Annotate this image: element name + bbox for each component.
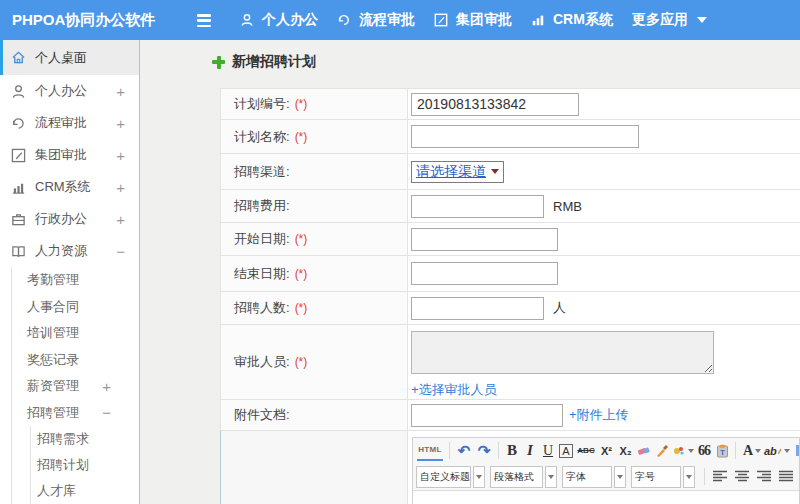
paragraph-format-dropdown[interactable]: 段落格式 (490, 466, 543, 488)
sidebar-item-admin-office[interactable]: 行政办公 + (0, 203, 139, 235)
form-row-plan-name: 计划名称:(*) (221, 120, 800, 154)
rich-text-editor: HTML ↶ ↷ B I U A ABC X² X₂ (412, 437, 800, 504)
approver-textarea[interactable] (411, 331, 714, 374)
hr-submenu: 考勤管理 人事合同 培训管理 奖惩记录 薪资管理+ 招聘管理− 招聘需求 招聘计… (11, 267, 139, 504)
sidebar-item-recruit-plan[interactable]: 招聘计划 (31, 452, 139, 478)
align-left-icon[interactable] (713, 470, 728, 483)
editor-toolbar-row2: 自定义标题 段落格式 字体 字号 (413, 463, 799, 491)
sidebar-item-workflow-approval[interactable]: 流程审批 + (0, 107, 139, 139)
sidebar-item-attendance[interactable]: 考勤管理 (12, 267, 139, 294)
font-color-button[interactable]: A (740, 440, 764, 462)
edit-icon (10, 147, 26, 163)
sidebar-item-recruit-mgmt[interactable]: 招聘管理− (12, 400, 139, 427)
sidebar-item-recruit-demand[interactable]: 招聘需求 (31, 426, 139, 452)
required-mark: (*) (295, 301, 308, 315)
flow-icon (10, 115, 26, 131)
caret-down-icon[interactable] (683, 466, 695, 488)
font-size-dropdown[interactable]: 字号 (631, 466, 681, 488)
font-family-dropdown[interactable]: 字体 (562, 466, 612, 488)
align-center-icon[interactable] (735, 470, 750, 483)
nav-more-apps[interactable]: 更多应用 (632, 11, 707, 29)
expand-icon[interactable]: + (116, 211, 125, 228)
form-row-approver: 审批人员:(*) +选择审批人员 (221, 325, 800, 400)
required-mark: (*) (295, 267, 308, 281)
subscript-button[interactable]: X₂ (616, 440, 635, 462)
strikethrough-button[interactable]: ABC (575, 440, 597, 462)
expand-icon[interactable]: + (116, 179, 125, 196)
expand-icon[interactable]: + (116, 147, 125, 164)
caret-down-icon[interactable] (473, 466, 485, 488)
highlight-color-button[interactable]: ab (764, 440, 790, 462)
chart-icon (531, 13, 545, 27)
sidebar-item-hr-contract[interactable]: 人事合同 (12, 294, 139, 321)
required-mark: (*) (295, 232, 308, 246)
blockquote-button[interactable]: 66 (695, 440, 713, 462)
add-plus-icon (212, 56, 225, 69)
count-input[interactable] (411, 297, 544, 320)
caret-down-icon (755, 449, 761, 453)
fee-input[interactable] (411, 195, 544, 218)
autotypeset-button[interactable]: A (559, 444, 572, 458)
expand-icon[interactable]: + (116, 83, 125, 100)
form-row-start-date: 开始日期:(*) (221, 223, 800, 256)
eraser-icon[interactable] (635, 440, 653, 462)
paste-text-icon[interactable]: T (713, 440, 731, 462)
bold-button[interactable]: B (503, 440, 521, 462)
sidebar-item-talent-pool[interactable]: 人才库 (31, 478, 139, 504)
html-source-button[interactable]: HTML (417, 441, 443, 461)
choose-approver-link[interactable]: +选择审批人员 (411, 381, 497, 399)
caret-down-icon[interactable] (614, 466, 626, 488)
channel-select[interactable]: 请选择渠道 (411, 161, 504, 183)
form-row-attachment: 附件文档: +附件上传 (221, 400, 800, 431)
book-icon (10, 243, 26, 259)
sidebar-item-salary[interactable]: 薪资管理+ (12, 373, 139, 400)
start-date-input[interactable] (411, 228, 558, 251)
editor-content-area[interactable] (413, 491, 799, 504)
nav-crm[interactable]: CRM系统 (531, 11, 613, 29)
undo-icon[interactable]: ↶ (454, 440, 474, 462)
recruit-plan-form: 计划编号:(*) 计划名称:(*) 招聘渠道: 请选择渠道 招聘费用: RMB … (220, 88, 800, 504)
attachment-input[interactable] (411, 404, 563, 427)
sidebar-item-group-approval[interactable]: 集团审批 + (0, 139, 139, 171)
plan-name-input[interactable] (411, 125, 639, 148)
sidebar-item-crm[interactable]: CRM系统 + (0, 171, 139, 203)
collapse-icon[interactable]: − (116, 243, 125, 260)
expand-icon[interactable]: + (116, 115, 125, 132)
plan-no-input[interactable] (411, 93, 579, 116)
custom-title-dropdown[interactable]: 自定义标题 (416, 466, 471, 488)
sidebar-item-rewards[interactable]: 奖惩记录 (12, 347, 139, 374)
form-row-end-date: 结束日期:(*) (221, 256, 800, 292)
attachment-upload-link[interactable]: +附件上传 (569, 406, 629, 424)
toolbar-cutoff-icon[interactable] (793, 440, 799, 462)
superscript-button[interactable]: X² (597, 440, 616, 462)
sidebar-item-desktop[interactable]: 个人桌面 (0, 40, 139, 75)
home-icon (10, 50, 26, 66)
form-row-plan-no: 计划编号:(*) (221, 89, 800, 120)
align-justify-icon[interactable] (779, 470, 794, 483)
collapse-icon[interactable]: − (102, 404, 111, 421)
nav-personal-office[interactable]: 个人办公 (240, 11, 318, 29)
redo-icon[interactable]: ↷ (474, 440, 494, 462)
align-right-icon[interactable] (757, 470, 772, 483)
chart-icon (10, 179, 26, 195)
sidebar-item-training[interactable]: 培训管理 (12, 320, 139, 347)
top-header: PHPOA协同办公软件 个人办公 流程审批 集团审批 CRM系统 更多应用 (0, 0, 800, 40)
nav-workflow-approval[interactable]: 流程审批 (337, 11, 415, 29)
top-nav: 个人办公 流程审批 集团审批 CRM系统 更多应用 (240, 0, 726, 40)
required-mark: (*) (295, 355, 308, 369)
count-unit: 人 (553, 299, 566, 317)
end-date-input[interactable] (411, 262, 558, 285)
caret-down-icon[interactable] (545, 466, 557, 488)
underline-button[interactable]: U (539, 440, 557, 462)
expand-icon[interactable]: + (102, 378, 111, 395)
format-brush-icon[interactable] (653, 440, 671, 462)
nav-group-approval[interactable]: 集团审批 (434, 11, 512, 29)
menu-toggle-icon[interactable] (197, 14, 211, 27)
form-row-content-editor: HTML ↶ ↷ B I U A ABC X² X₂ (220, 431, 800, 504)
formatmatch-icon[interactable] (671, 440, 695, 462)
fee-unit: RMB (553, 199, 582, 214)
italic-button[interactable]: I (521, 440, 539, 462)
caret-down-icon (491, 169, 499, 174)
sidebar-item-personal-office[interactable]: 个人办公 + (0, 75, 139, 107)
sidebar-item-hr[interactable]: 人力资源 − (0, 235, 139, 267)
